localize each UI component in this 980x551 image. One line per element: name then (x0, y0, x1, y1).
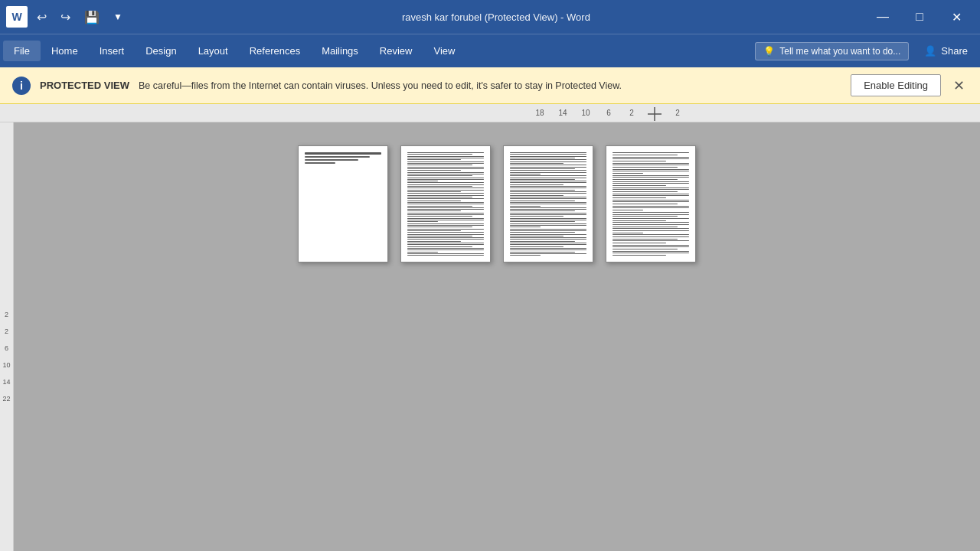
save-icon[interactable]: 💾 (80, 7, 104, 28)
ruler-num-6: 6 (597, 109, 620, 117)
protected-view-label: PROTECTED VIEW (40, 80, 129, 91)
menu-home[interactable]: Home (41, 41, 89, 61)
vruler-22: 22 (2, 390, 10, 407)
window-title: ravesh kar forubel (Protected View) - Wo… (127, 11, 865, 23)
page-1 (298, 145, 388, 262)
ruler-numbers: 18 14 10 6 2 2 (528, 109, 689, 117)
line (305, 152, 381, 155)
undo-button[interactable]: ↩ (32, 7, 51, 28)
banner-close-button[interactable]: ✕ (950, 77, 968, 94)
horizontal-ruler: 18 14 10 6 2 2 (0, 104, 980, 122)
customize-icon[interactable]: ▼ (109, 8, 127, 25)
protected-view-banner: i PROTECTED VIEW Be careful—files from t… (0, 67, 980, 104)
vruler-14: 14 (2, 373, 10, 390)
line (305, 159, 358, 161)
menu-insert[interactable]: Insert (89, 41, 136, 61)
page-4 (606, 145, 696, 262)
vruler-6: 6 (2, 340, 10, 357)
line (305, 162, 335, 164)
maximize-button[interactable]: □ (902, 3, 937, 31)
banner-message: Be careful—files from the Internet can c… (139, 80, 841, 91)
enable-editing-button[interactable]: Enable Editing (851, 74, 941, 96)
vruler-2b: 2 (2, 323, 10, 340)
crosshair-icon (648, 107, 662, 121)
ruler-num-2: 2 (620, 109, 643, 117)
word-logo: W (6, 6, 28, 28)
vruler-10: 10 (2, 357, 10, 373)
lightbulb-icon: 💡 (763, 46, 775, 57)
page-3-content (510, 152, 586, 256)
ruler-num-2b: 2 (666, 109, 689, 117)
line (305, 156, 370, 158)
title-bar: W ↩ ↪ 💾 ▼ ravesh kar forubel (Protected … (0, 0, 980, 34)
info-icon: i (12, 77, 31, 95)
vruler-2: 2 (2, 306, 10, 323)
menu-layout[interactable]: Layout (188, 41, 239, 61)
page-4-content (612, 152, 689, 256)
vertical-ruler: 2 2 6 10 14 22 (0, 122, 14, 551)
menu-bar: File Home Insert Design Layout Reference… (0, 34, 980, 67)
title-bar-left: W ↩ ↪ 💾 ▼ (6, 6, 127, 28)
page-2-content (407, 152, 484, 256)
menu-design[interactable]: Design (135, 41, 187, 61)
title-bar-controls: — □ ✕ (865, 3, 974, 31)
page-3 (503, 145, 593, 262)
menu-view[interactable]: View (423, 41, 466, 61)
minimize-button[interactable]: — (865, 3, 900, 31)
menu-review[interactable]: Review (369, 41, 423, 61)
vertical-ruler-numbers: 2 2 6 10 14 22 (2, 306, 10, 407)
close-button[interactable]: ✕ (939, 3, 974, 31)
pages-row (298, 145, 696, 262)
share-label: Share (941, 45, 968, 57)
main-area: 2 2 6 10 14 22 (0, 122, 980, 551)
tell-me-search[interactable]: 💡 Tell me what you want to do... (755, 42, 909, 60)
menu-references[interactable]: References (239, 41, 311, 61)
ruler-num-10: 10 (574, 109, 597, 117)
page-1-content (305, 152, 381, 256)
page-2 (400, 145, 491, 262)
share-icon: 👤 (924, 45, 936, 57)
ruler-num-14: 14 (551, 109, 574, 117)
document-canvas[interactable] (14, 122, 980, 551)
search-placeholder: Tell me what you want to do... (779, 46, 900, 57)
redo-button[interactable]: ↪ (56, 7, 75, 28)
ruler-num-18: 18 (528, 109, 551, 117)
menu-mailings[interactable]: Mailings (311, 41, 369, 61)
share-button[interactable]: 👤 Share (915, 41, 977, 61)
menu-file[interactable]: File (3, 41, 41, 61)
